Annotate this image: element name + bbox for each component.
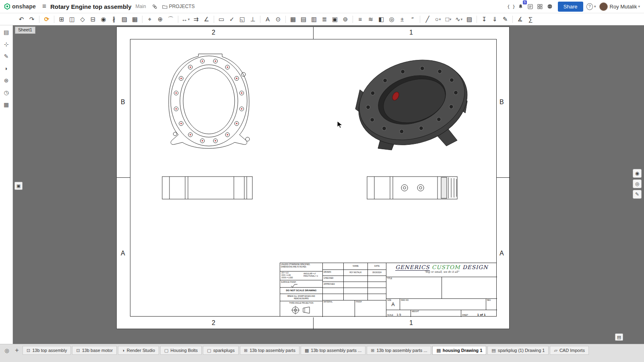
version-label[interactable]: Main <box>136 4 146 9</box>
hamburger-menu-icon[interactable]: ≡ <box>42 2 46 10</box>
export-dxf-button[interactable]: ⇓ <box>490 14 499 24</box>
user-menu-chevron-icon[interactable]: ▾ <box>638 4 640 8</box>
tangent-edges-button[interactable]: ⌒ <box>166 14 175 24</box>
show-hide-button[interactable]: ◎ <box>387 14 396 24</box>
geometric-tolerance-button[interactable]: ◱ <box>238 14 247 24</box>
comment-button[interactable]: ◗ <box>2 64 11 73</box>
broken-view-button[interactable]: ∦ <box>109 14 118 24</box>
bom-table-button[interactable]: ≣ <box>320 14 329 24</box>
line-style-button[interactable]: ≡ <box>356 14 365 24</box>
zone-tick <box>497 177 510 178</box>
precision-button[interactable]: ± <box>398 14 407 24</box>
notifications-bell-icon[interactable]: 5 <box>516 2 526 11</box>
sheet-list-button[interactable]: ▤ <box>2 28 11 37</box>
company-tagline: "Big or small, we do it all" <box>386 270 497 274</box>
help-button[interactable]: ?▾ <box>586 2 596 11</box>
doc-tab-render-studio[interactable]: ◑Render Studio <box>118 346 159 355</box>
tables-panel-button[interactable]: ▦ <box>2 100 11 109</box>
new-tab-button[interactable]: + <box>12 346 21 355</box>
drawing-canvas[interactable]: Sheet1 ▣ <box>13 25 644 344</box>
doc-tab-13b-base-motor[interactable]: ⊡13b base motor <box>72 346 117 355</box>
detail-view-button[interactable]: ◉ <box>99 14 108 24</box>
user-avatar[interactable] <box>599 2 608 11</box>
projected-view-button[interactable]: ◫ <box>68 14 76 24</box>
edit-appearance-button[interactable]: ✎ <box>633 190 642 199</box>
onshape-logo[interactable]: onshape <box>4 3 36 10</box>
find-icon: ⊙ <box>276 16 281 22</box>
revision-table-button[interactable]: ▥ <box>310 14 318 24</box>
table-button[interactable]: ▦ <box>289 14 297 24</box>
undo-button[interactable]: ↶ <box>17 14 26 24</box>
edge-color-button[interactable]: ◧ <box>377 14 386 24</box>
sketch-spline-button[interactable]: ∿▾ <box>454 14 463 24</box>
auxiliary-view-button[interactable]: ◇ <box>78 14 87 24</box>
balloon-button[interactable]: ⊚ <box>341 14 350 24</box>
doc-tab-13b-top-assembly-parts[interactable]: ⊞13b top assembly parts <box>240 346 299 355</box>
sketch-circle-button[interactable]: ○▾ <box>433 14 442 24</box>
doc-tab-13b-top-assembly-parts[interactable]: ⊞13b top assembly parts ... <box>367 346 431 355</box>
dwg-no-label: DWG NO. <box>400 299 486 301</box>
render-options-button[interactable]: ⊛ <box>2 76 11 85</box>
share-button[interactable]: Share <box>558 2 583 12</box>
layers-button[interactable]: ≋ <box>366 14 375 24</box>
doc-tab-housing-drawing-1[interactable]: ▤housing Drawing 1 <box>432 346 486 355</box>
sheet-properties-button[interactable]: ▤ <box>615 333 623 341</box>
breadcrumb[interactable]: PROJECTS <box>162 4 195 9</box>
app-header: onshape ≡ Rotary Engine top assembly Mai… <box>0 0 644 13</box>
snap-move-button[interactable]: ⊹ <box>2 40 11 49</box>
toolbar-separator <box>54 16 54 23</box>
break-edges-note: REMOVE BURRS <box>294 298 309 300</box>
break-out-view-button[interactable]: ▨ <box>120 14 129 24</box>
featurescript-icon[interactable]: { } <box>506 2 516 11</box>
callout-button[interactable]: ▣ <box>330 14 339 24</box>
edit-line-button[interactable]: ✎ <box>501 14 510 24</box>
link-icon[interactable] <box>150 2 160 11</box>
doc-tab-sparkplugs[interactable]: ▢sparkplugs <box>203 346 239 355</box>
insert-view-button[interactable]: ⊞ <box>57 14 66 24</box>
show-hide-entities-button[interactable]: ◎ <box>633 179 642 188</box>
restore-panel-button[interactable]: ▣ <box>14 182 23 190</box>
search-tabs-icon[interactable]: ◎ <box>2 346 11 355</box>
note-button[interactable]: ▭ <box>217 14 226 24</box>
sketch-rectangle-button[interactable]: □▾ <box>444 14 453 24</box>
chamfer-dimension-button[interactable]: ∠ <box>202 14 211 24</box>
doc-tab-13b-top-assembly[interactable]: ⊡13b top assembly <box>23 346 71 355</box>
hole-table-button[interactable]: ▤ <box>299 14 308 24</box>
ordinate-dimension-button[interactable]: ⇉ <box>192 14 200 24</box>
export-pdf-button[interactable]: ↧ <box>480 14 489 24</box>
doc-tab-cad-imports[interactable]: ▱CAD Imports <box>550 346 588 355</box>
history-button[interactable]: ◷ <box>2 88 11 97</box>
units-icon: ″ <box>411 16 413 22</box>
redo-button[interactable]: ↷ <box>27 14 36 24</box>
sheet-tab[interactable]: Sheet1 <box>15 27 35 34</box>
mass-properties-button[interactable]: ∑ <box>526 14 535 24</box>
hatch-button[interactable]: ▨ <box>465 14 474 24</box>
updates-list-icon[interactable] <box>526 2 535 11</box>
document-tab-bar: ◎ + ⊡13b top assembly⊡13b base motor◑Ren… <box>0 344 644 362</box>
units-button[interactable]: ″ <box>408 14 417 24</box>
view-options-button[interactable]: ◉ <box>633 169 642 178</box>
centerline-button[interactable]: ⌖ <box>145 14 154 24</box>
datum-button[interactable]: ⊥ <box>248 14 257 24</box>
marketplace-globe-icon[interactable] <box>545 2 555 11</box>
surface-finish-symbol-button[interactable]: ✓ <box>227 14 236 24</box>
sketch-line-button[interactable]: ╱ <box>423 14 432 24</box>
dimension-button[interactable]: ↔▾ <box>181 14 190 24</box>
update-views-button[interactable]: ⟳ <box>42 14 51 24</box>
appearance-button[interactable]: ✎ <box>2 52 11 61</box>
app-store-grid-icon[interactable] <box>535 2 545 11</box>
checked-label: CHECKED <box>324 277 333 279</box>
doc-tab-sparkplug-1-drawing-1[interactable]: ▤sparkplug (1) Drawing 1 <box>487 346 549 355</box>
tab-label: 13b top assembly <box>32 348 67 353</box>
crop-view-button[interactable]: ▦ <box>130 14 139 24</box>
section-view-button[interactable]: ⊟ <box>89 14 97 24</box>
spec-note: DIMENSIONS ARE IN INCHES <box>281 266 306 268</box>
find-button[interactable]: ⊙ <box>274 14 283 24</box>
measure-button[interactable]: ∡ <box>516 14 524 24</box>
doc-tab-housing-bolts[interactable]: ▢Housing Bolts <box>160 346 202 355</box>
center-mark-button[interactable]: ⊕ <box>156 14 165 24</box>
text-button[interactable]: A <box>263 14 272 24</box>
doc-tab-13b-top-assembly-parts[interactable]: ▩13b top assembly parts ... <box>301 346 365 355</box>
show-hide-entities-icon: ◎ <box>635 181 639 187</box>
user-name[interactable]: Roy Mutalik <box>610 4 637 10</box>
